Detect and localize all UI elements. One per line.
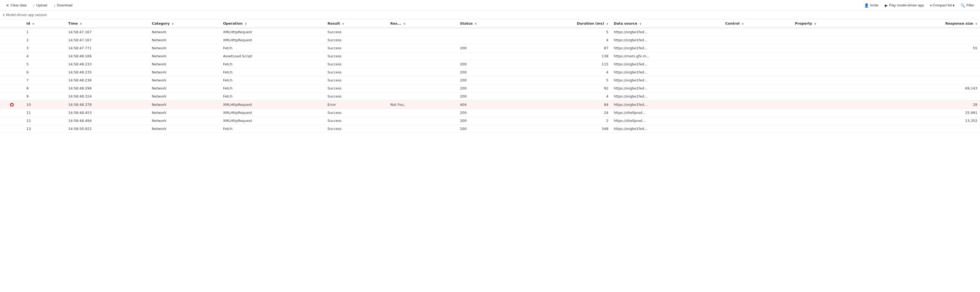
header-row: Id ∨ Time ∨ Category ∨ Operation ∨ Resul…: [0, 19, 980, 28]
cell-control: [722, 60, 792, 68]
toolbar: ✕ Clear data ↑ Upload ↓ Download 👤 Invit…: [0, 0, 980, 11]
cell-category: Network: [149, 28, 220, 36]
cell-duration: 92: [515, 84, 611, 92]
col-header-operation[interactable]: Operation ∨: [220, 19, 325, 28]
cell-result: Success: [325, 92, 388, 100]
cell-status: 200: [457, 125, 515, 133]
cell-datasource: https://orgbe1fed...: [611, 100, 722, 109]
row-error-indicator: [0, 92, 24, 100]
cell-respsize: [883, 36, 980, 44]
col-header-property[interactable]: Property ∨: [792, 19, 883, 28]
row-error-indicator: [0, 68, 24, 76]
session-label: Model-driven app session: [6, 13, 47, 17]
col-header-res[interactable]: Res... ∨: [387, 19, 457, 28]
col-header-status[interactable]: Status ∨: [457, 19, 515, 28]
cell-time: 14:58:47.167: [65, 36, 149, 44]
col-header-id[interactable]: Id ∨: [24, 19, 65, 28]
cell-operation: Fetch: [220, 44, 325, 52]
table-body: 114:58:47.167NetworkXMLHttpRequestSucces…: [0, 28, 980, 133]
invite-button[interactable]: 👤 Invite: [861, 2, 881, 9]
sort-icon-datasource: ∨: [639, 22, 641, 25]
table-row[interactable]: 1214:58:48.494NetworkXMLHttpRequestSucce…: [0, 117, 980, 125]
sort-icon-status: ∨: [475, 22, 477, 25]
cell-control: [722, 52, 792, 60]
cell-status: 200: [457, 60, 515, 68]
cell-status: [457, 28, 515, 36]
cell-duration: 84: [515, 100, 611, 109]
cell-duration: 5: [515, 28, 611, 36]
cell-category: Network: [149, 92, 220, 100]
cell-datasource: https://orgbe1fed...: [611, 60, 722, 68]
cell-result: Success: [325, 125, 388, 133]
col-header-respsize[interactable]: Response size ∨: [883, 19, 980, 28]
col-header-duration[interactable]: Duration (ms) ∨: [515, 19, 611, 28]
cell-control: [722, 44, 792, 52]
cell-result: Success: [325, 76, 388, 84]
cell-datasource: https://orgbe1fed...: [611, 36, 722, 44]
filter-button[interactable]: 🔍 Filter: [958, 2, 977, 9]
row-error-indicator: [0, 52, 24, 60]
cell-control: [722, 68, 792, 76]
cell-respsize: 69,143: [883, 84, 980, 92]
cell-control: [722, 117, 792, 125]
table-row[interactable]: ●1014:58:48.378NetworkXMLHttpRequestErro…: [0, 100, 980, 109]
cell-category: Network: [149, 125, 220, 133]
cell-duration: 5: [515, 76, 611, 84]
table-row[interactable]: 114:58:47.167NetworkXMLHttpRequestSucces…: [0, 28, 980, 36]
table-row[interactable]: 914:58:48.324NetworkFetchSuccess2004http…: [0, 92, 980, 100]
cell-duration: 4: [515, 36, 611, 44]
sort-icon-id: ∨: [32, 22, 34, 25]
cell-operation: Fetch: [220, 84, 325, 92]
table-row[interactable]: 814:58:48.296NetworkFetchSuccess20092htt…: [0, 84, 980, 92]
col-header-time[interactable]: Time ∨: [65, 19, 149, 28]
table-row[interactable]: 1314:58:50.922NetworkFetchSuccess200348h…: [0, 125, 980, 133]
cell-respsize: [883, 68, 980, 76]
clear-data-button[interactable]: ✕ Clear data: [3, 2, 29, 9]
col-header-category[interactable]: Category ∨: [149, 19, 220, 28]
col-header-datasource[interactable]: Data source ∨: [611, 19, 722, 28]
sort-icon-time: ∨: [80, 22, 82, 25]
toolbar-left: ✕ Clear data ↑ Upload ↓ Download: [3, 2, 75, 9]
cell-result: Success: [325, 109, 388, 117]
error-dot-icon: ●: [10, 103, 14, 106]
col-header-control[interactable]: Control ∨: [722, 19, 792, 28]
cell-res: [387, 68, 457, 76]
cell-category: Network: [149, 84, 220, 92]
cell-res: [387, 92, 457, 100]
cell-id: 11: [24, 109, 65, 117]
cell-time: 14:58:48.296: [65, 84, 149, 92]
cell-result: Success: [325, 28, 388, 36]
table-row[interactable]: 1114:58:48.453NetworkXMLHttpRequestSucce…: [0, 109, 980, 117]
toolbar-right: 👤 Invite ▶ Play model-driven app ≡ Compa…: [861, 2, 977, 9]
cell-respsize: 55: [883, 44, 980, 52]
cell-operation: Fetch: [220, 125, 325, 133]
cell-property: [792, 76, 883, 84]
cell-time: 14:58:48.235: [65, 68, 149, 76]
cell-operation: XMLHttpRequest: [220, 109, 325, 117]
cell-respsize: [883, 60, 980, 68]
compact-list-button[interactable]: ≡ Compact list ▾: [928, 2, 957, 9]
cell-id: 3: [24, 44, 65, 52]
cell-datasource: https://mem.gfx.m...: [611, 52, 722, 60]
cell-id: 2: [24, 36, 65, 44]
table-row[interactable]: 314:58:47.771NetworkFetchSuccess20087htt…: [0, 44, 980, 52]
upload-button[interactable]: ↑ Upload: [30, 2, 50, 9]
cell-respsize: 13,352: [883, 117, 980, 125]
table-row[interactable]: 414:58:48.106NetworkAssetLoad.ScriptSucc…: [0, 52, 980, 60]
col-header-result[interactable]: Result ∨: [325, 19, 388, 28]
cell-res: [387, 117, 457, 125]
play-button[interactable]: ▶ Play model-driven app: [882, 2, 926, 9]
data-table: Id ∨ Time ∨ Category ∨ Operation ∨ Resul…: [0, 19, 980, 133]
table-row[interactable]: 214:58:47.167NetworkXMLHttpRequestSucces…: [0, 36, 980, 44]
table-row[interactable]: 714:58:48.236NetworkFetchSuccess2005http…: [0, 76, 980, 84]
table-row[interactable]: 614:58:48.235NetworkFetchSuccess2004http…: [0, 68, 980, 76]
row-error-indicator: [0, 117, 24, 125]
sort-icon-operation: ∨: [245, 22, 247, 25]
cell-control: [722, 28, 792, 36]
row-error-indicator: [0, 125, 24, 133]
table-row[interactable]: 514:58:48.233NetworkFetchSuccess200115ht…: [0, 60, 980, 68]
cell-control: [722, 76, 792, 84]
cell-datasource: https://orgbe1fed...: [611, 76, 722, 84]
cell-id: 4: [24, 52, 65, 60]
download-button[interactable]: ↓ Download: [51, 2, 75, 9]
